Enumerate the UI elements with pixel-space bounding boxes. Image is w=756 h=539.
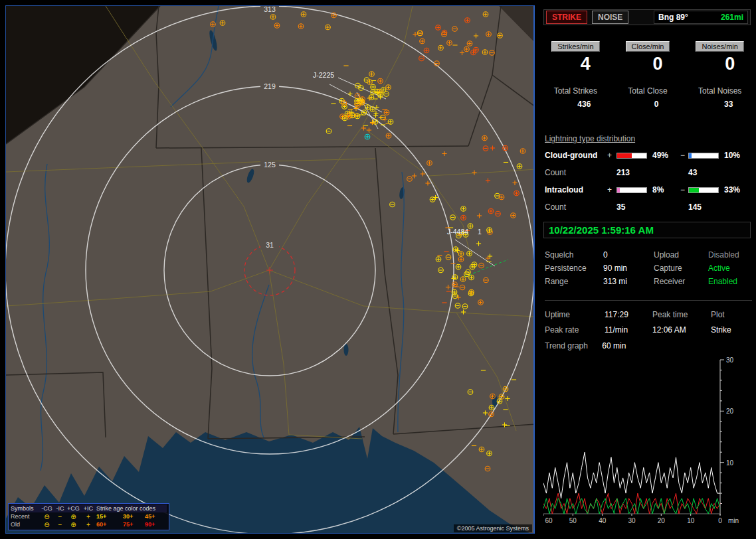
- total-close: Total Close 0: [612, 86, 684, 109]
- strikes-per-min-value: 4: [539, 54, 612, 74]
- legend-age-title: Strike age color codes: [96, 504, 167, 512]
- cloud-ground-counts: Count 213 43: [545, 168, 752, 177]
- svg-text:1: 1: [478, 228, 482, 236]
- lightning-type-distribution: Lightning type distribution Cloud-ground…: [545, 134, 752, 220]
- lightning-map[interactable]: 31321912531J-2225J-44841 Symbols -CG -IC…: [5, 5, 535, 534]
- mode-toolbar: STRIKE NOISE Bng 89° 261mi: [543, 9, 751, 25]
- svg-text:J-2225: J-2225: [313, 71, 334, 79]
- intracloud-counts: Count 35 145: [545, 202, 752, 212]
- ic-positive-bar: [616, 187, 647, 193]
- upload-status: Disabled: [708, 248, 752, 262]
- neg-cg-symbol-icon: ⊖: [40, 513, 54, 520]
- info-row: Uptime 117:29 Peak time Plot: [545, 307, 752, 323]
- bearing-label: Bng 89°: [658, 13, 688, 22]
- bearing-distance: 261mi: [721, 13, 743, 22]
- svg-text:30: 30: [628, 517, 636, 524]
- strike-mode-button[interactable]: STRIKE: [546, 11, 587, 24]
- svg-text:30: 30: [726, 356, 734, 364]
- age-code: 15+: [96, 512, 123, 520]
- trend-graph: 1020306050403020100min: [543, 356, 751, 528]
- bearing-readout: Bng 89° 261mi: [654, 11, 748, 24]
- status-panel: STRIKE NOISE Bng 89° 261mi Strikes/min 4…: [539, 0, 756, 539]
- svg-text:313: 313: [264, 6, 276, 13]
- uptime-info: Uptime 117:29 Peak time Plot Peak rate 1…: [545, 300, 752, 338]
- age-code: 90+: [145, 520, 167, 528]
- age-code: 60+: [96, 520, 123, 528]
- ic-negative-bar: [688, 187, 719, 193]
- strikes-per-min-box: Strikes/min 4: [539, 40, 612, 74]
- pos-ic-symbol-icon: +: [80, 513, 96, 520]
- svg-text:10: 10: [687, 517, 695, 524]
- age-code: 30+: [123, 512, 145, 520]
- svg-text:125: 125: [264, 161, 276, 169]
- strikes-per-min-button[interactable]: Strikes/min: [551, 41, 599, 52]
- info-row: Peak rate 11/min 12:06 AM Strike: [545, 323, 752, 338]
- cg-positive-bar: [616, 153, 647, 159]
- legend-col-pos-cg: +CG: [66, 504, 80, 512]
- total-strikes: Total Strikes 436: [539, 86, 612, 109]
- noise-mode-button[interactable]: NOISE: [592, 11, 628, 24]
- totals-row: Total Strikes 436 Total Close 0 Total No…: [539, 86, 756, 109]
- receiver-status: Enabled: [708, 275, 752, 288]
- svg-text:0: 0: [718, 517, 722, 524]
- legend-row-recent: Recent: [11, 512, 40, 520]
- svg-text:40: 40: [599, 517, 607, 524]
- age-code: 45+: [145, 512, 167, 520]
- legend-col-pos-ic: +IC: [80, 504, 96, 512]
- pos-ic-symbol-icon: +: [80, 521, 96, 528]
- status-table: Squelch 0 Upload Disabled Persistence 90…: [545, 248, 752, 288]
- copyright-notice: ©2005 Astrogenic Systems: [454, 524, 532, 532]
- status-row: Squelch 0 Upload Disabled: [545, 248, 752, 262]
- svg-text:50: 50: [569, 517, 577, 524]
- age-code: 75+: [123, 520, 145, 528]
- map-legend: Symbols -CG -IC +CG +IC Strike age color…: [8, 503, 169, 530]
- rate-boxes: Strikes/min 4 Close/min 0 Noises/min 0: [539, 40, 756, 74]
- legend-col-neg-ic: -IC: [54, 504, 66, 512]
- pos-cg-symbol-icon: ⊕: [66, 513, 80, 520]
- neg-ic-symbol-icon: −: [54, 513, 66, 520]
- legend-row-old: Old: [11, 520, 40, 528]
- close-per-min-box: Close/min 0: [612, 40, 684, 74]
- svg-text:min: min: [728, 517, 739, 524]
- svg-text:20: 20: [726, 408, 734, 415]
- cg-negative-bar: [688, 153, 719, 159]
- capture-status: Active: [708, 262, 752, 275]
- close-per-min-button[interactable]: Close/min: [626, 41, 670, 52]
- noises-per-min-value: 0: [684, 54, 756, 74]
- pos-cg-symbol-icon: ⊕: [66, 521, 80, 528]
- legend-symbols-header: Symbols: [11, 504, 40, 512]
- total-noises: Total Noises 33: [684, 86, 756, 109]
- status-row: Range 313 mi Receiver Enabled: [545, 275, 752, 288]
- cloud-ground-row: Cloud-ground + 49% − 10%: [545, 151, 752, 160]
- neg-ic-symbol-icon: −: [54, 521, 66, 528]
- svg-text:60: 60: [545, 517, 553, 524]
- legend-col-neg-cg: -CG: [40, 504, 54, 512]
- close-per-min-value: 0: [612, 54, 684, 74]
- nexstorm-app: 31321912531J-2225J-44841 Symbols -CG -IC…: [0, 0, 756, 539]
- datetime-display: 10/22/2025 1:59:16 AM: [543, 222, 751, 238]
- trend-graph-label: Trend graph 60 min: [545, 341, 626, 350]
- noises-per-min-box: Noises/min 0: [684, 40, 756, 74]
- distribution-title: Lightning type distribution: [545, 134, 752, 143]
- svg-text:31: 31: [266, 241, 274, 249]
- status-row: Persistence 90 min Capture Active: [545, 262, 752, 275]
- svg-text:10: 10: [726, 459, 734, 467]
- svg-text:219: 219: [264, 82, 276, 90]
- noises-per-min-button[interactable]: Noises/min: [696, 41, 743, 52]
- intracloud-row: Intracloud + 8% − 33%: [545, 185, 752, 194]
- neg-cg-symbol-icon: ⊖: [40, 521, 54, 528]
- svg-text:J-4484: J-4484: [447, 228, 468, 236]
- map-canvas[interactable]: 31321912531J-2225J-44841: [6, 6, 535, 534]
- svg-text:20: 20: [658, 517, 666, 524]
